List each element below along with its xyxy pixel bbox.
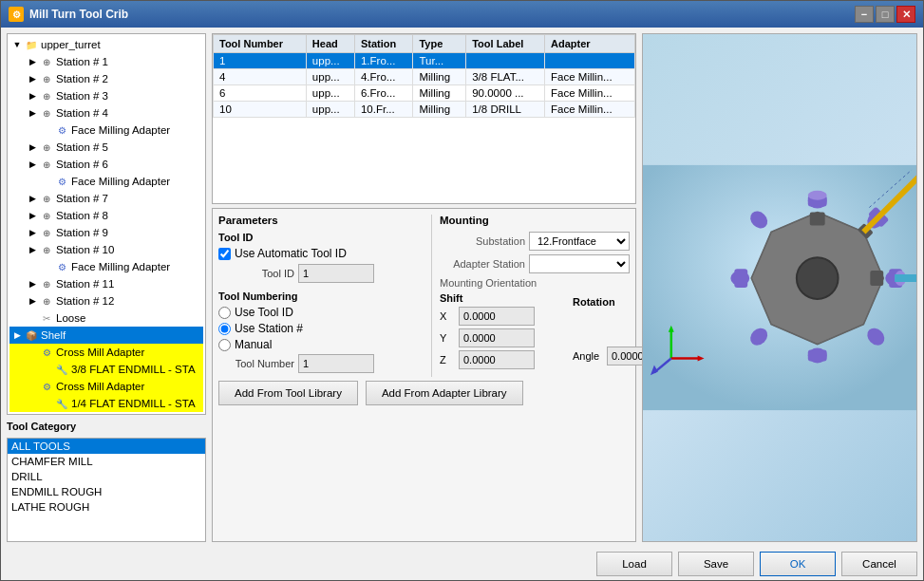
shift-x-input[interactable] (459, 307, 535, 326)
table-row[interactable]: 10upp...10.Fr...Milling1/8 DRILLFace Mil… (214, 102, 635, 118)
maximize-button[interactable]: □ (876, 6, 895, 23)
save-button[interactable]: Save (678, 552, 754, 576)
load-button[interactable]: Load (596, 552, 672, 576)
table-row[interactable]: 6upp...6.Fro...Milling90.0000 ...Face Mi… (214, 85, 635, 102)
table-cell: Face Millin... (545, 102, 635, 118)
table-row[interactable]: 1upp...1.Fro...Tur... (214, 53, 635, 69)
tree-item-label: Station # 9 (56, 227, 108, 238)
shift-x-row: X (440, 307, 535, 326)
tool-id-label: Tool ID (218, 268, 294, 279)
tree-item-label: Station # 6 (56, 159, 108, 170)
tree-item[interactable]: 🔧1/4 FLAT ENDMILL - STA (9, 395, 203, 412)
use-tool-id-label: Use Tool ID (235, 306, 293, 319)
tree-item-label: Cross Mill Adapter (56, 381, 144, 392)
tree-item[interactable]: ▶⊕Station # 11 (9, 275, 203, 292)
tree-item[interactable]: ▶⊕Station # 9 (9, 224, 203, 241)
shift-title: Shift (440, 292, 535, 304)
table-cell: 4.Fro... (354, 69, 413, 85)
manual-row: Manual (218, 338, 424, 351)
tree-item[interactable]: ⚙Cross Mill Adapter (9, 344, 203, 361)
tree-item[interactable]: ▶⊕Station # 1 (9, 53, 203, 70)
tree-item[interactable]: ⚙Face Milling Adapter (9, 173, 203, 190)
table-cell: Milling (413, 69, 466, 85)
category-item[interactable]: ALL TOOLS (8, 439, 205, 454)
table-cell: 4 (214, 69, 307, 85)
tree-item[interactable]: ▶⊕Station # 3 (9, 87, 203, 104)
tool-number-row: Tool Number (218, 354, 424, 373)
adapter-station-select[interactable] (529, 254, 630, 273)
svg-rect-17 (808, 350, 827, 362)
tool-id-input[interactable] (298, 264, 374, 283)
tree-item-label: Station # 4 (56, 107, 108, 119)
tree-item[interactable]: 🔧3/8 FLAT ENDMILL - STA (9, 361, 203, 378)
close-button[interactable]: ✕ (896, 6, 915, 23)
tree-item[interactable]: ▶⊕Station # 7 (9, 190, 203, 207)
manual-label: Manual (235, 338, 272, 351)
substation-label: Substation (440, 235, 525, 247)
use-station-label: Use Station # (235, 322, 303, 335)
tree-item[interactable]: ▼📁upper_turret (9, 36, 203, 53)
table-cell: 3/8 FLAT... (466, 69, 545, 85)
category-item[interactable]: LATHE ROUGH (8, 499, 205, 515)
minimize-button[interactable]: − (855, 6, 874, 23)
auto-id-row: Use Automatic Tool ID (218, 247, 424, 260)
tree-item-label: Station # 2 (56, 73, 108, 84)
substation-select[interactable]: 12.Frontface (529, 232, 630, 251)
orientation-row: Mounting Orientation (440, 277, 630, 289)
tree-item-label: Station # 3 (56, 90, 108, 102)
tree-item-label: Face Milling Adapter (71, 124, 170, 136)
cancel-button[interactable]: Cancel (841, 552, 917, 576)
shift-z-input[interactable] (459, 350, 535, 369)
tree-item-label: Station # 5 (56, 141, 108, 153)
tree-item[interactable]: ▶⊕Station # 8 (9, 207, 203, 224)
table-cell: 90.0000 ... (466, 85, 545, 102)
tree-item-label: Face Milling Adapter (71, 176, 170, 187)
table-cell: Milling (413, 85, 466, 102)
tool-id-section-label: Tool ID (218, 232, 424, 243)
ok-button[interactable]: OK (760, 552, 836, 576)
table-cell: 10 (214, 102, 307, 118)
3d-viewport (642, 33, 917, 542)
tree-item[interactable]: ⚙Face Milling Adapter (9, 122, 203, 139)
use-station-row: Use Station # (218, 322, 424, 335)
table-cell: 1/8 DRILL (466, 102, 545, 118)
tree-item[interactable]: ▶📦Shelf (9, 327, 203, 344)
tree-container[interactable]: ▼📁upper_turret▶⊕Station # 1▶⊕Station # 2… (7, 33, 206, 415)
shift-y-input[interactable] (459, 328, 535, 347)
use-tool-id-radio[interactable] (218, 307, 231, 319)
adapter-station-row: Adapter Station (440, 254, 630, 273)
tool-table-container: Tool Number Head Station Type Tool Label… (212, 33, 636, 204)
tree-item[interactable]: ✂Loose (9, 309, 203, 327)
adapter-station-label: Adapter Station (440, 258, 525, 270)
tree-item[interactable]: ▶⊕Station # 2 (9, 70, 203, 87)
category-item[interactable]: ENDMILL ROUGH (8, 484, 205, 499)
table-cell: upp... (306, 85, 354, 102)
tree-item-label: 1/4 FLAT ENDMILL - STA (71, 398, 196, 409)
add-from-tool-library-button[interactable]: Add From Tool Library (218, 381, 358, 405)
add-from-adapter-library-button[interactable]: Add From Adapter Library (366, 381, 523, 405)
svg-rect-4 (810, 213, 825, 226)
tree-item-label: Shelf (41, 329, 66, 341)
tree-item-label: Station # 1 (56, 56, 108, 67)
svg-rect-6 (870, 271, 883, 286)
tool-number-input[interactable] (298, 354, 374, 373)
tree-item[interactable]: ▶⊕Station # 4 (9, 104, 203, 122)
tree-item-label: Loose (56, 312, 85, 324)
table-row[interactable]: 4upp...4.Fro...Milling3/8 FLAT...Face Mi… (214, 69, 635, 85)
use-station-radio[interactable] (218, 323, 231, 335)
shift-section: Shift X Y (440, 292, 630, 372)
manual-radio[interactable] (218, 339, 231, 351)
params-inner: Parameters Tool ID Use Automatic Tool ID… (218, 215, 630, 377)
table-cell: Face Millin... (545, 69, 635, 85)
tool-category-list[interactable]: ALL TOOLSCHAMFER MILLDRILLENDMILL ROUGHL… (7, 438, 206, 542)
table-cell: Face Millin... (545, 85, 635, 102)
tree-item[interactable]: ⚙Face Milling Adapter (9, 258, 203, 275)
category-item[interactable]: CHAMFER MILL (8, 454, 205, 469)
tree-item[interactable]: ⚙Cross Mill Adapter (9, 378, 203, 395)
tree-item[interactable]: ▶⊕Station # 12 (9, 292, 203, 309)
tree-item[interactable]: ▶⊕Station # 10 (9, 241, 203, 258)
auto-id-checkbox[interactable] (218, 248, 231, 260)
tree-item[interactable]: ▶⊕Station # 6 (9, 156, 203, 173)
category-item[interactable]: DRILL (8, 469, 205, 484)
tree-item[interactable]: ▶⊕Station # 5 (9, 139, 203, 156)
